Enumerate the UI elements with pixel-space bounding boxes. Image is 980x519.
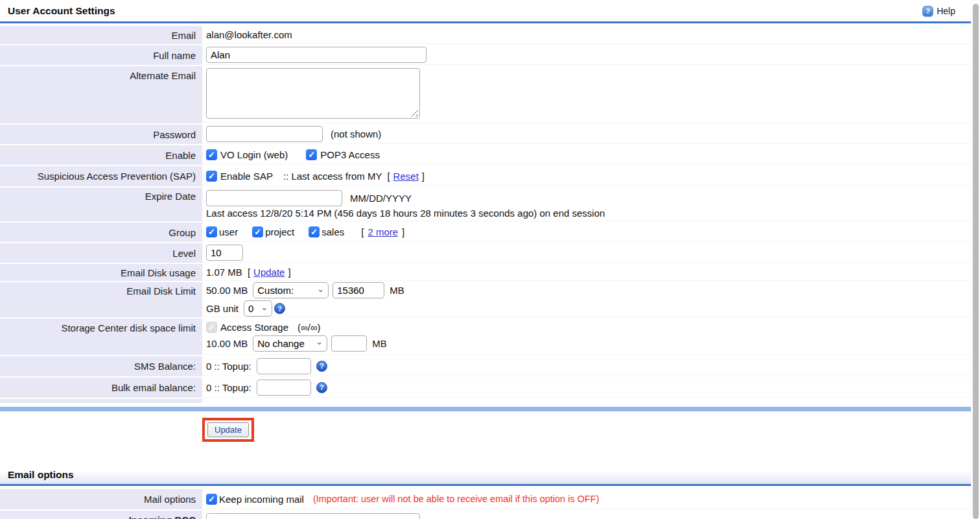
page-title: User Account Settings bbox=[8, 5, 115, 17]
vo-login-checkbox-label: VO Login (web) bbox=[220, 149, 288, 160]
bracket: ] bbox=[402, 226, 404, 237]
group-project-checkbox-label: project bbox=[265, 226, 294, 237]
table-row: Email Disk usage 1.07 MB [ Update ] bbox=[0, 264, 980, 281]
section-divider bbox=[0, 407, 980, 411]
storage-select[interactable]: No change ⌄ bbox=[253, 335, 327, 352]
scrollbar-track[interactable] bbox=[971, 0, 980, 519]
table-row: Password (not shown) bbox=[0, 125, 980, 144]
page-header: User Account Settings ? Help bbox=[0, 0, 980, 23]
password-note: (not shown) bbox=[331, 128, 381, 139]
group-user-checkbox[interactable]: ✓ bbox=[206, 226, 217, 237]
disk-usage-update-link[interactable]: Update bbox=[253, 267, 285, 278]
bulk-balance-label: Bulk email balance: bbox=[0, 378, 202, 398]
gb-unit-help-icon[interactable]: ? bbox=[274, 303, 285, 314]
sms-balance-value: 0 :: Topup: bbox=[206, 361, 251, 372]
pop3-access-checkbox-label: POP3 Access bbox=[320, 149, 380, 160]
password-input[interactable] bbox=[206, 126, 323, 142]
email-options-header: Email options bbox=[0, 464, 980, 486]
highlight-annotation: Update bbox=[202, 418, 254, 442]
pop3-access-checkbox[interactable]: ✓ bbox=[306, 149, 317, 160]
sms-balance-label: SMS Balance: bbox=[0, 356, 202, 376]
access-storage-checkbox: ✓ bbox=[206, 322, 217, 333]
email-options-form: Mail options ✓ Keep incoming mail (Impor… bbox=[0, 486, 980, 519]
enable-sap-checkbox-label: Enable SAP bbox=[220, 171, 273, 182]
bulk-help-icon[interactable]: ? bbox=[316, 382, 327, 393]
password-label: Password bbox=[0, 125, 202, 144]
group-sales-checkbox-label: sales bbox=[321, 226, 344, 237]
enable-sap-checkbox[interactable]: ✓ bbox=[206, 171, 217, 182]
disk-limit-unit: MB bbox=[390, 285, 404, 296]
email-value: alan@lookafter.com bbox=[206, 29, 980, 40]
help-icon[interactable]: ? bbox=[922, 6, 933, 17]
email-options-title: Email options bbox=[8, 469, 74, 480]
sap-label: Suspicious Access Prevention (SAP) bbox=[0, 166, 202, 186]
bulk-topup-input[interactable] bbox=[257, 380, 311, 396]
bulk-balance-value: 0 :: Topup: bbox=[206, 382, 251, 393]
sms-topup-input[interactable] bbox=[257, 358, 311, 374]
table-row: Level bbox=[0, 243, 980, 263]
sms-help-icon[interactable]: ? bbox=[316, 361, 327, 372]
table-row: Suspicious Access Prevention (SAP) ✓ Ena… bbox=[0, 166, 980, 186]
keep-incoming-mail-checkbox[interactable]: ✓ bbox=[206, 494, 217, 505]
mail-options-label: Mail options bbox=[0, 489, 202, 509]
table-row: Bulk email balance: 0 :: Topup: ? bbox=[0, 378, 980, 398]
expire-date-input[interactable] bbox=[206, 190, 342, 206]
full-name-input[interactable] bbox=[206, 47, 426, 63]
disk-limit-current: 50.00 MB bbox=[206, 285, 248, 296]
storage-quota-text: (∞/∞) bbox=[298, 322, 321, 333]
disk-usage-value: 1.07 MB bbox=[206, 267, 242, 278]
table-row: Storage Center disk space limit ✓ Access… bbox=[0, 319, 980, 355]
table-row: Enable ✓ VO Login (web) ✓ POP3 Access bbox=[0, 145, 980, 165]
resize-handle-icon[interactable] bbox=[411, 110, 418, 117]
group-user-checkbox-label: user bbox=[219, 226, 238, 237]
keep-incoming-mail-checkbox-label: Keep incoming mail bbox=[219, 494, 304, 505]
bracket: [ bbox=[361, 226, 364, 237]
table-row: Alternate Email bbox=[0, 66, 980, 123]
table-row: Expire Date MM/DD/YYYY Last access 12/8/… bbox=[0, 187, 980, 221]
disk-limit-custom-input[interactable] bbox=[332, 282, 384, 298]
level-input[interactable] bbox=[206, 245, 243, 261]
help-button[interactable]: ? Help bbox=[922, 6, 955, 17]
email-label: Email bbox=[0, 26, 202, 44]
bracket: ] bbox=[422, 171, 425, 182]
bracket: ] bbox=[288, 267, 290, 278]
disk-usage-label: Email Disk usage bbox=[0, 264, 202, 281]
table-row: Email Disk Limit 50.00 MB Custom: ⌄ MB G… bbox=[0, 282, 980, 317]
mail-options-warning: (Important: user will not be able to rec… bbox=[313, 494, 600, 504]
bracket: [ bbox=[248, 267, 250, 278]
full-name-label: Full name bbox=[0, 45, 202, 65]
button-area: Update bbox=[0, 411, 980, 442]
gb-unit-select[interactable]: 0 ⌄ bbox=[244, 300, 272, 317]
update-button[interactable]: Update bbox=[207, 422, 249, 437]
alternate-email-textarea[interactable] bbox=[206, 68, 420, 119]
storage-unit: MB bbox=[372, 338, 387, 349]
group-project-checkbox[interactable]: ✓ bbox=[252, 226, 263, 237]
scrollbar-thumb[interactable] bbox=[973, 4, 979, 519]
gb-unit-label: GB unit bbox=[206, 303, 239, 314]
alternate-email-label: Alternate Email bbox=[0, 66, 202, 123]
vo-login-checkbox[interactable]: ✓ bbox=[206, 149, 217, 160]
account-settings-form: Email alan@lookafter.com Full name Alter… bbox=[0, 23, 980, 403]
expire-date-format: MM/DD/YYYY bbox=[350, 193, 412, 204]
level-label: Level bbox=[0, 243, 202, 263]
table-row: Mail options ✓ Keep incoming mail (Impor… bbox=[0, 489, 980, 509]
disk-limit-label: Email Disk Limit bbox=[0, 282, 202, 317]
storage-current: 10.00 MB bbox=[206, 338, 248, 349]
sap-reset-link[interactable]: Reset bbox=[393, 171, 419, 182]
group-more-link[interactable]: 2 more bbox=[368, 226, 398, 237]
incoming-bcc-input[interactable] bbox=[206, 513, 420, 519]
enable-label: Enable bbox=[0, 145, 202, 165]
sap-last-access-text: :: Last access from MY bbox=[283, 171, 382, 182]
expire-date-label: Expire Date bbox=[0, 187, 202, 221]
last-access-text: Last access 12/8/20 5:14 PM (456 days 18… bbox=[206, 208, 605, 219]
incoming-bcc-label: Incoming BCC bbox=[0, 511, 202, 519]
group-sales-checkbox[interactable]: ✓ bbox=[309, 226, 320, 237]
disk-limit-select[interactable]: Custom: ⌄ bbox=[253, 282, 329, 298]
group-label: Group bbox=[0, 223, 202, 242]
bracket: [ bbox=[387, 171, 390, 182]
table-row: Incoming BCC bbox=[0, 511, 980, 519]
table-row bbox=[0, 399, 980, 403]
storage-custom-input[interactable] bbox=[331, 335, 367, 352]
table-row: SMS Balance: 0 :: Topup: ? bbox=[0, 356, 980, 376]
help-label[interactable]: Help bbox=[937, 6, 955, 16]
